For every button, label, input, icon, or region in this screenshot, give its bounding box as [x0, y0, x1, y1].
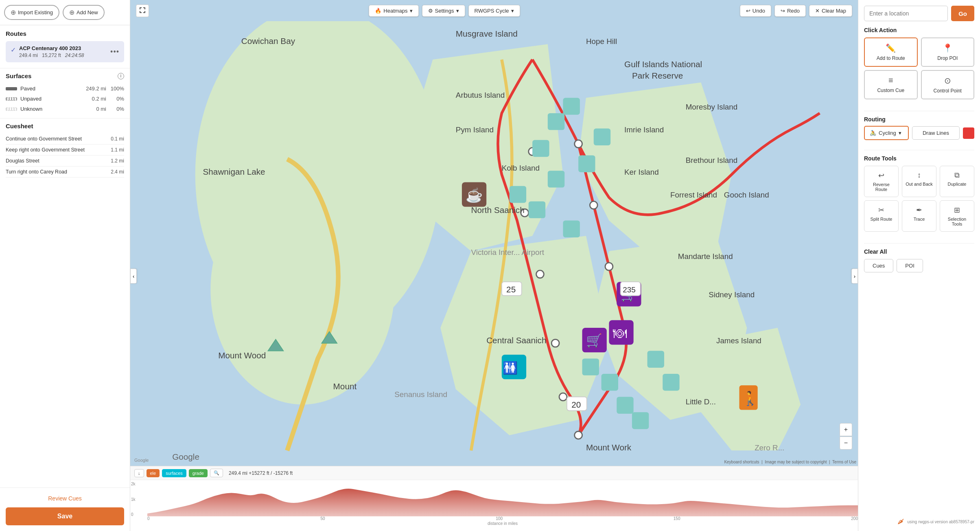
svg-text:Mandarte Island: Mandarte Island — [678, 252, 733, 261]
tool-out-and-back[interactable]: ↕ Out and Back — [902, 166, 936, 197]
elevation-download-button[interactable]: ↓ — [134, 469, 144, 477]
cue-row: Turn right onto Carey Road 2.4 mi — [6, 167, 124, 178]
surfaces-title: Surfaces — [6, 72, 31, 79]
save-button[interactable]: Save — [6, 507, 124, 525]
map-arrow-right-button[interactable]: › — [851, 269, 858, 284]
svg-text:Mount Wood: Mount Wood — [218, 351, 266, 360]
routing-select[interactable]: 🚴 Cycling ▾ — [864, 126, 909, 140]
clear-poi-button[interactable]: POI — [897, 259, 923, 272]
clear-cues-button[interactable]: Cues — [864, 259, 893, 272]
svg-text:Gulf Islands National: Gulf Islands National — [624, 59, 702, 69]
tool-selection-tools[interactable]: ⊞ Selection Tools — [940, 200, 974, 232]
elevation-stats: 249.4 mi +15272 ft / -15276 ft — [229, 470, 293, 476]
surface-row-paved: Paved 249.2 mi 100% — [6, 83, 124, 94]
svg-point-11 — [605, 263, 613, 270]
divider-3 — [864, 243, 974, 244]
unknown-label: Unknown — [20, 106, 79, 112]
click-action-title: Click Action — [864, 27, 974, 33]
plus-circle-icon-2: ⊕ — [69, 9, 74, 16]
map-topbar: 🔥 Heatmaps ▾ ⚙ Settings ▾ RWGPS Cycle ▾ … — [130, 0, 858, 21]
action-drop-poi[interactable]: 📍 Drop POI — [921, 37, 975, 67]
svg-text:Kolb Island: Kolb Island — [502, 164, 540, 172]
unpaved-distance: 0.2 mi — [82, 96, 106, 102]
go-button[interactable]: Go — [951, 6, 974, 21]
svg-rect-55 — [582, 358, 599, 375]
tool-duplicate[interactable]: ⧉ Duplicate — [940, 166, 974, 197]
selection-tools-label: Selection Tools — [943, 217, 971, 226]
action-add-to-route[interactable]: ✏️ Add to Route — [864, 37, 918, 67]
svg-rect-50 — [578, 155, 595, 172]
svg-text:🚶: 🚶 — [742, 390, 759, 407]
list-icon: ≡ — [888, 76, 893, 85]
routing-title: Routing — [864, 116, 974, 123]
draw-lines-button[interactable]: Draw Lines — [912, 126, 960, 140]
map-attribution: Keyboard shortcuts | Image may be subjec… — [722, 459, 858, 465]
elevation-panel: ↓ ele surfaces grade 🔍 249.4 mi +15272 f… — [130, 466, 858, 531]
expand-map-button[interactable] — [136, 4, 149, 17]
out-and-back-label: Out and Back — [906, 182, 933, 187]
elevation-grade-button[interactable]: grade — [189, 469, 208, 477]
bottom-actions: Review Cues Save — [0, 487, 130, 531]
zoom-out-button[interactable]: − — [840, 437, 852, 450]
info-icon[interactable]: i — [118, 73, 124, 79]
tool-trace[interactable]: ✒ Trace — [902, 200, 936, 232]
settings-button[interactable]: ⚙ Settings ▾ — [422, 5, 465, 17]
redo-button[interactable]: ↪ Redo — [774, 5, 806, 17]
duplicate-icon: ⧉ — [954, 171, 960, 180]
svg-text:Little D...: Little D... — [686, 397, 716, 406]
map-arrow-left-button[interactable]: ‹ — [130, 269, 137, 284]
svg-text:Senanus Island: Senanus Island — [394, 390, 447, 399]
map-toolbar-right: ↩ Undo ↪ Redo ✕ Clear Map — [740, 5, 852, 17]
heatmaps-button[interactable]: 🔥 Heatmaps ▾ — [369, 5, 418, 17]
route-check-icon: ✓ — [11, 46, 16, 54]
route-tools-title: Route Tools — [864, 155, 974, 162]
svg-rect-59 — [648, 351, 664, 368]
routing-controls: 🚴 Cycling ▾ Draw Lines — [864, 126, 974, 140]
svg-text:Park Reserve: Park Reserve — [632, 71, 683, 80]
gear-icon: ⚙ — [428, 8, 433, 14]
action-custom-cue[interactable]: ≡ Custom Cue — [864, 70, 918, 99]
svg-text:Central Saanich: Central Saanich — [486, 336, 546, 345]
cue-text: Turn right onto Carey Road — [6, 169, 104, 175]
add-new-button[interactable]: ⊕ Add New — [63, 5, 105, 20]
svg-rect-46 — [548, 113, 564, 130]
cue-text: Douglas Street — [6, 158, 104, 164]
svg-text:Moresby Island: Moresby Island — [686, 103, 738, 111]
svg-text:20: 20 — [571, 400, 581, 409]
route-menu-button[interactable]: ••• — [110, 48, 119, 56]
clear-map-button[interactable]: ✕ Clear Map — [809, 5, 852, 17]
route-item[interactable]: ✓ ACP Centenary 400 2023 249.4 mi 15,272… — [6, 41, 124, 62]
tool-split-route[interactable]: ✂ Split Route — [864, 200, 899, 232]
tool-reverse-route[interactable]: ↩ Reverse Route — [864, 166, 899, 197]
cycle-button[interactable]: RWGPS Cycle ▾ — [468, 5, 520, 17]
action-control-point[interactable]: ⊙ Control Point — [921, 70, 975, 99]
undo-icon: ↩ — [746, 8, 750, 14]
clear-all-title: Clear All — [864, 248, 974, 255]
surface-row-unpaved: Unpaved 0.2 mi 0% — [6, 94, 124, 104]
version-info: 🌶 using rwgps-ui version ab8578957-pr — [864, 511, 974, 525]
location-input[interactable] — [864, 6, 948, 21]
chevron-down-icon: ▾ — [456, 8, 459, 14]
elevation-magnify-button[interactable]: 🔍 — [210, 469, 223, 477]
elevation-surfaces-button[interactable]: surfaces — [162, 469, 186, 477]
svg-text:Shawnigan Lake: Shawnigan Lake — [203, 167, 265, 176]
route-color-swatch[interactable] — [963, 127, 974, 139]
routing-section: Routing 🚴 Cycling ▾ Draw Lines — [864, 116, 974, 140]
svg-text:25: 25 — [506, 285, 516, 294]
svg-text:Mount: Mount — [333, 382, 357, 391]
clear-row: Cues POI — [864, 259, 974, 272]
routes-title: Routes — [6, 30, 124, 37]
review-cues-button[interactable]: Review Cues — [6, 492, 124, 505]
control-point-label: Control Point — [934, 88, 962, 94]
pencil-icon: ✏️ — [886, 43, 896, 53]
map-canvas[interactable]: Cowichan Bay Musgrave Island Hope Hill A… — [130, 21, 858, 466]
chevron-down-icon: ▾ — [511, 8, 514, 14]
svg-text:Forrest Island: Forrest Island — [670, 191, 717, 199]
elevation-ele-button[interactable]: ele — [147, 469, 160, 477]
map-area[interactable]: 🔥 Heatmaps ▾ ⚙ Settings ▾ RWGPS Cycle ▾ … — [130, 0, 858, 531]
zoom-in-button[interactable]: + — [840, 423, 852, 436]
import-existing-button[interactable]: ⊕ Import Existing — [4, 5, 59, 20]
location-search-row: Go — [864, 6, 974, 21]
paved-bar — [6, 87, 17, 90]
undo-button[interactable]: ↩ Undo — [740, 5, 771, 17]
